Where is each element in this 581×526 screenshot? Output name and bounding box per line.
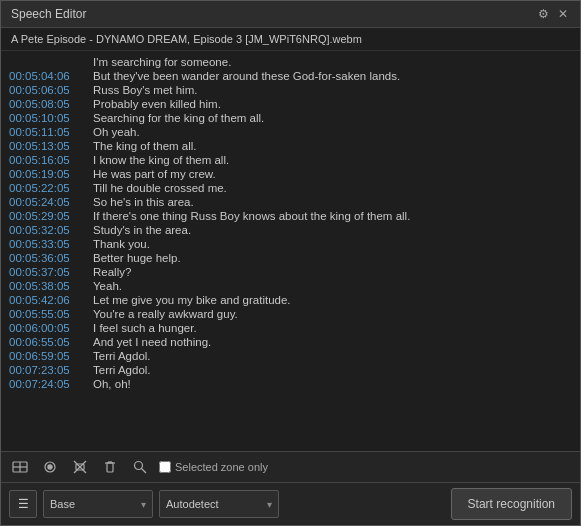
transcript-row[interactable]: 00:05:33:05Thank you. (1, 237, 580, 251)
transcript-row[interactable]: 00:07:24:05Oh, oh! (1, 377, 580, 391)
transcript-row[interactable]: 00:05:19:05He was part of my crew. (1, 167, 580, 181)
transcript-text: Oh, oh! (93, 378, 131, 390)
timestamp: 00:06:00:05 (9, 322, 81, 334)
timestamp: 00:05:32:05 (9, 224, 81, 236)
settings-icon-btn[interactable]: ⚙ (536, 7, 550, 21)
timestamp: 00:05:04:06 (9, 70, 81, 82)
close-icon-btn[interactable]: ✕ (556, 7, 570, 21)
transcript-text: The king of them all. (93, 140, 197, 152)
transcript-text: Searching for the king of them all. (93, 112, 264, 124)
transcript-text: Thank you. (93, 238, 150, 250)
transcript-row[interactable]: 00:06:00:05I feel such a hunger. (1, 321, 580, 335)
transcript-text: I know the king of them all. (93, 154, 229, 166)
transcript-text: Yeah. (93, 280, 122, 292)
transcript-text: I feel such a hunger. (93, 322, 197, 334)
start-recognition-button[interactable]: Start recognition (451, 488, 572, 520)
timestamp: 00:05:29:05 (9, 210, 81, 222)
transcript-text: I'm searching for someone. (93, 56, 231, 68)
transcript-row[interactable]: 00:05:36:05Better huge help. (1, 251, 580, 265)
svg-rect-8 (107, 463, 113, 472)
transcript-row[interactable]: 00:05:06:05Russ Boy's met him. (1, 83, 580, 97)
speech-editor-window: Speech Editor ⚙ ✕ A Pete Episode - DYNAM… (0, 0, 581, 526)
transcript-text: If there's one thing Russ Boy knows abou… (93, 210, 410, 222)
cut-icon[interactable] (69, 456, 91, 478)
base-dropdown-arrow: ▾ (141, 499, 146, 510)
transcript-text: Oh yeah. (93, 126, 140, 138)
timestamp: 00:05:24:05 (9, 196, 81, 208)
timestamp: 00:07:24:05 (9, 378, 81, 390)
transcript-text: Study's in the area. (93, 224, 191, 236)
transcript-row[interactable]: 00:07:23:05Terri Agdol. (1, 363, 580, 377)
transcript-row[interactable]: 00:05:10:05Searching for the king of the… (1, 111, 580, 125)
add-segment-icon[interactable] (9, 456, 31, 478)
zone-checkbox[interactable] (159, 461, 171, 473)
timestamp: 00:05:10:05 (9, 112, 81, 124)
timestamp: 00:05:33:05 (9, 238, 81, 250)
transcript-text: He was part of my crew. (93, 168, 216, 180)
transcript-text: Russ Boy's met him. (93, 84, 197, 96)
svg-line-13 (142, 469, 147, 474)
transcript-row[interactable]: 00:05:22:05Till he double crossed me. (1, 181, 580, 195)
title-bar: Speech Editor ⚙ ✕ (1, 1, 580, 28)
timestamp: 00:05:22:05 (9, 182, 81, 194)
zone-checkbox-container: Selected zone only (159, 461, 268, 473)
transcript-row[interactable]: 00:06:59:05Terri Agdol. (1, 349, 580, 363)
delete-icon[interactable] (99, 456, 121, 478)
transcript-text: Really? (93, 266, 131, 278)
timestamp: 00:05:42:06 (9, 294, 81, 306)
transcript-row[interactable]: 00:05:38:05Yeah. (1, 279, 580, 293)
search-icon[interactable] (129, 456, 151, 478)
timestamp: 00:05:55:05 (9, 308, 81, 320)
transcript-text: Terri Agdol. (93, 364, 151, 376)
transcript-row[interactable]: 00:05:42:06Let me give you my bike and g… (1, 293, 580, 307)
transcript-row[interactable]: 00:05:04:06But they've been wander aroun… (1, 69, 580, 83)
timestamp: 00:05:19:05 (9, 168, 81, 180)
window-title: Speech Editor (11, 7, 86, 21)
timestamp: 00:07:23:05 (9, 364, 81, 376)
timestamp: 00:06:59:05 (9, 350, 81, 362)
timestamp: 00:05:38:05 (9, 280, 81, 292)
transcript-text: Till he double crossed me. (93, 182, 227, 194)
transcript-row[interactable]: 00:05:13:05The king of them all. (1, 139, 580, 153)
transcript-row[interactable]: 00:06:55:05And yet I need nothing. (1, 335, 580, 349)
timestamp: 00:05:08:05 (9, 98, 81, 110)
file-subtitle: A Pete Episode - DYNAMO DREAM, Episode 3… (1, 28, 580, 51)
transcript-row[interactable]: 00:05:16:05I know the king of them all. (1, 153, 580, 167)
transcript-row[interactable]: 00:05:37:05Really? (1, 265, 580, 279)
transcript-text: And yet I need nothing. (93, 336, 211, 348)
svg-point-12 (135, 462, 143, 470)
transcript-text: Terri Agdol. (93, 350, 151, 362)
timestamp: 00:05:06:05 (9, 84, 81, 96)
transcript-row[interactable]: I'm searching for someone. (1, 55, 580, 69)
timestamp: 00:05:16:05 (9, 154, 81, 166)
hamburger-icon: ☰ (18, 497, 29, 511)
transcript-text: Let me give you my bike and gratitude. (93, 294, 291, 306)
transcript-row[interactable]: 00:05:08:05Probably even killed him. (1, 97, 580, 111)
transcript-list[interactable]: I'm searching for someone.00:05:04:06But… (1, 51, 580, 451)
transcript-row[interactable]: 00:05:32:05Study's in the area. (1, 223, 580, 237)
transcript-row[interactable]: 00:05:24:05So he's in this area. (1, 195, 580, 209)
menu-icon-btn[interactable]: ☰ (9, 490, 37, 518)
transcript-row[interactable]: 00:05:29:05If there's one thing Russ Boy… (1, 209, 580, 223)
zone-label: Selected zone only (175, 461, 268, 473)
transcript-row[interactable]: 00:05:55:05You're a really awkward guy. (1, 307, 580, 321)
timestamp: 00:05:37:05 (9, 266, 81, 278)
transcript-text: But they've been wander around these God… (93, 70, 400, 82)
bottom-bar: ☰ Base ▾ Autоdetect ▾ Start recognition (1, 482, 580, 525)
timestamp: 00:06:55:05 (9, 336, 81, 348)
transcript-row[interactable]: 00:05:11:05Oh yeah. (1, 125, 580, 139)
transcript-text: Better huge help. (93, 252, 181, 264)
lang-dropdown-arrow: ▾ (267, 499, 272, 510)
timestamp (9, 56, 81, 68)
base-dropdown[interactable]: Base ▾ (43, 490, 153, 518)
timestamp: 00:05:36:05 (9, 252, 81, 264)
transcript-text: So he's in this area. (93, 196, 194, 208)
transcript-text: You're a really awkward guy. (93, 308, 238, 320)
toolbar-row: Selected zone only (1, 451, 580, 482)
title-bar-buttons: ⚙ ✕ (536, 7, 570, 21)
record-icon[interactable] (39, 456, 61, 478)
svg-point-4 (48, 465, 52, 469)
lang-dropdown[interactable]: Autоdetect ▾ (159, 490, 279, 518)
timestamp: 00:05:11:05 (9, 126, 81, 138)
base-dropdown-label: Base (50, 498, 75, 510)
